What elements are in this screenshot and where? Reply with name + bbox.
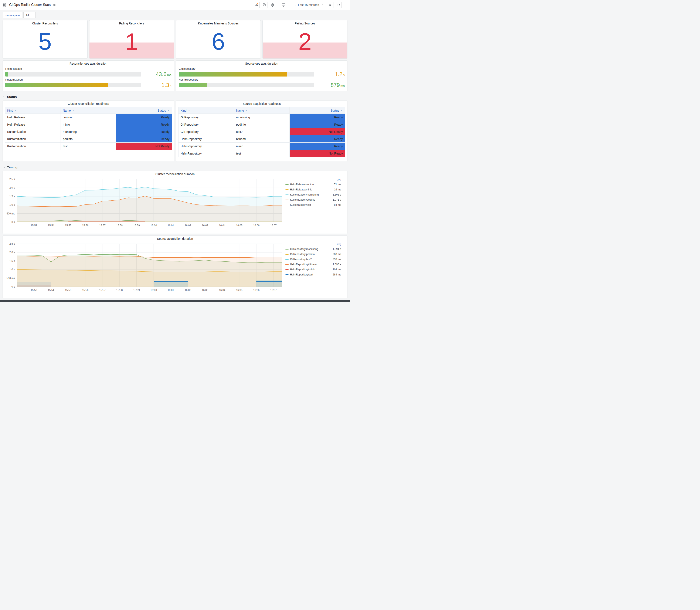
filter-icon[interactable] — [14, 110, 17, 112]
column-header-status[interactable]: Status — [290, 107, 345, 114]
apps-grid-icon[interactable] — [3, 3, 6, 7]
series-color-dash — [286, 259, 289, 260]
legend-item[interactable]: GitRepository/monitoring 1.594 s — [286, 246, 341, 252]
column-header-name[interactable]: Name — [61, 107, 116, 114]
legend-item[interactable]: Kustomization/test 84 ms — [286, 202, 341, 207]
gauge-value: 879ms — [318, 82, 345, 89]
legend-item[interactable]: GitRepository/podinfo 980 ms — [286, 252, 341, 257]
time-series-plot[interactable]: 0 s500 ms1.0 s1.5 s2.0 s2.5 s15:5315:541… — [4, 242, 284, 293]
zoom-out-time-button[interactable] — [327, 2, 333, 8]
legend-item[interactable]: Kustomization/podinfo 1.071 s — [286, 197, 341, 202]
legend-item[interactable]: HelmRelease/minio 16 ms — [286, 187, 341, 192]
panel-title[interactable]: Source acquisition readiness — [176, 101, 347, 107]
legend-item[interactable]: GitRepository/test2 338 ms — [286, 257, 341, 262]
panel-title[interactable]: Reconciler ops avg. duration — [3, 61, 174, 66]
time-range-picker[interactable]: Last 15 minutes — [291, 2, 325, 8]
bottom-edge — [0, 300, 350, 302]
stat-value: 2 — [263, 25, 347, 59]
legend-item[interactable]: HelmRepository/test 289 ms — [286, 272, 341, 277]
column-header-name[interactable]: Name — [234, 107, 290, 114]
legend-item[interactable]: HelmRepository/bitnami 1.695 s — [286, 262, 341, 267]
section-timing-label: Timing — [7, 165, 17, 169]
filter-icon[interactable] — [188, 110, 190, 112]
legend-item[interactable]: HelmRepository/minio 108 ms — [286, 267, 341, 272]
cell-name: minio — [234, 143, 290, 150]
filter-icon[interactable] — [340, 110, 343, 112]
share-icon[interactable] — [53, 3, 56, 6]
section-timing[interactable]: Timing — [2, 163, 347, 171]
panel-title[interactable]: Cluster reconciliation duration — [3, 171, 347, 177]
gauge-fill — [179, 83, 207, 87]
table-row: HelmRepository test Not Ready — [178, 150, 345, 157]
svg-text:1.0 s: 1.0 s — [9, 268, 15, 271]
svg-text:16:07: 16:07 — [270, 224, 277, 227]
section-status[interactable]: Status — [2, 93, 347, 100]
column-header-kind[interactable]: Kind — [178, 107, 234, 114]
table-row: HelmRepository minio Ready — [178, 143, 345, 150]
svg-text:2.0 s: 2.0 s — [9, 186, 15, 189]
grafana-dashboard: GitOps Toolkit Cluster Stats Last 15 min… — [0, 0, 350, 302]
cycle-view-mode-button[interactable] — [280, 2, 287, 8]
refresh-interval-dropdown[interactable] — [342, 2, 347, 8]
series-avg-value: 338 ms — [333, 258, 341, 261]
svg-text:15:57: 15:57 — [99, 289, 105, 292]
legend-item[interactable]: HelmRelease/contour 71 ms — [286, 182, 341, 187]
column-header-kind[interactable]: Kind — [5, 107, 61, 114]
gauge-label: HelmRepository — [179, 78, 345, 81]
gauge-row: Reconciler ops avg. duration HelmRelease… — [2, 60, 347, 91]
cell-kind: Kustomization — [5, 135, 61, 143]
series-color-dash — [286, 194, 289, 195]
panel-title[interactable]: Source acquisition duration — [3, 236, 347, 242]
series-name: Kustomization/monitoring — [290, 193, 319, 196]
legend-avg-header[interactable]: avg — [286, 177, 341, 182]
gauge-fill — [179, 72, 287, 77]
gauge-row-item: GitRepository 1.2s — [179, 67, 345, 78]
series-avg-value: 84 ms — [334, 204, 341, 206]
svg-text:16:06: 16:06 — [253, 289, 259, 292]
series-color-dash — [286, 205, 289, 205]
legend-item[interactable]: Kustomization/monitoring 1.605 s — [286, 192, 341, 197]
cell-kind: GitRepository — [178, 121, 234, 128]
cell-kind: HelmRepository — [178, 135, 234, 143]
filter-icon[interactable] — [167, 110, 169, 112]
namespace-select[interactable]: All — [23, 12, 35, 18]
table-row: GitRepository test2 Not Ready — [178, 128, 345, 135]
series-name: GitRepository/monitoring — [290, 247, 318, 251]
column-header-status[interactable]: Status — [116, 107, 172, 114]
series-avg-value: 108 ms — [333, 268, 341, 271]
series-color-dash — [286, 274, 289, 275]
svg-text:15:57: 15:57 — [99, 224, 105, 227]
filter-icon[interactable] — [245, 110, 248, 112]
legend-avg-header[interactable]: avg — [286, 242, 341, 246]
svg-text:15:56: 15:56 — [82, 289, 88, 292]
series-avg-value: 980 ms — [333, 253, 341, 256]
svg-text:16:04: 16:04 — [219, 224, 225, 227]
status-badge: Not Ready — [290, 128, 345, 135]
add-panel-button[interactable] — [253, 2, 260, 8]
stat-value: 5 — [3, 25, 87, 59]
cell-name: bitnami — [234, 135, 290, 143]
dashboard-title: GitOps Toolkit Cluster Stats — [9, 3, 51, 7]
panel-title[interactable]: Source ops avg. duration — [176, 61, 347, 66]
svg-text:2.5 s: 2.5 s — [9, 242, 15, 245]
save-dashboard-button[interactable] — [261, 2, 268, 8]
dashboard-settings-button[interactable] — [269, 2, 276, 8]
table-row: Kustomization test Not Ready — [5, 143, 172, 150]
series-avg-value: 16 ms — [334, 188, 341, 191]
series-name: Kustomization/test — [290, 204, 311, 206]
table-row: HelmRelease contour Ready — [5, 114, 172, 121]
filter-icon[interactable] — [72, 110, 75, 112]
series-name: HelmRelease/minio — [290, 188, 312, 191]
cell-name: test — [61, 143, 116, 150]
series-color-dash — [286, 199, 289, 200]
refresh-button[interactable] — [335, 2, 342, 8]
status-badge: Not Ready — [290, 150, 345, 157]
panel-title[interactable]: Cluster reconciliation readiness — [3, 101, 174, 107]
table-row-container: Cluster reconciliation readiness Kind Na… — [2, 100, 347, 162]
gauge-body: HelmRelease 43.6ms Kustomization — [3, 66, 174, 91]
table-row: HelmRelease minio Ready — [5, 121, 172, 128]
time-series-plot[interactable]: 0 s500 ms1.0 s1.5 s2.0 s2.5 s15:5315:541… — [4, 177, 284, 228]
chevron-down-icon — [3, 95, 6, 98]
variables-bar: namespace All — [0, 10, 350, 20]
cell-kind: Kustomization — [5, 128, 61, 135]
